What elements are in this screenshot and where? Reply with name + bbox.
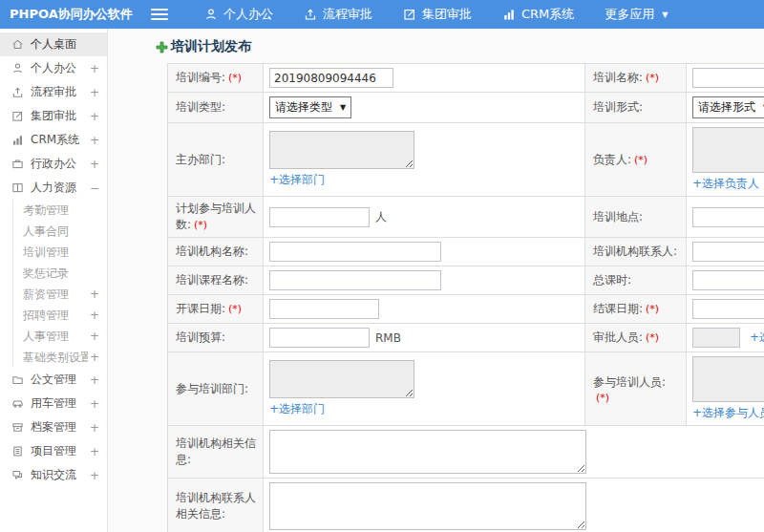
field-label: 开课日期:: [176, 302, 225, 315]
planned-count-input[interactable]: [269, 207, 370, 227]
sidebar-item-archives[interactable]: 档案管理 +: [0, 415, 107, 439]
field-label: 培训名称:: [593, 71, 643, 84]
edit-approve-icon: [11, 110, 24, 122]
chat-icon: [11, 469, 24, 481]
top-header: PHPOA协同办公软件 个人办公 流程审批 集团审批 CRM系统 更多应用 ▼: [0, 0, 764, 29]
sidebar-item-group-approval[interactable]: 集团审批 +: [0, 104, 107, 128]
required-marker: (*): [228, 72, 242, 84]
course-name-input[interactable]: [269, 270, 441, 290]
select-leader-link[interactable]: +选择负责人: [692, 176, 759, 192]
nav-more-apps[interactable]: 更多应用 ▼: [589, 0, 683, 29]
field-label: 培训地点:: [593, 210, 643, 223]
table-row: 计划参与培训人数:(*) 人 培训地点:: [168, 197, 764, 238]
sidebar-item-personal-office[interactable]: 个人办公 +: [0, 56, 107, 80]
training-type-select[interactable]: 请选择类型▼: [269, 96, 351, 118]
select-approver-link[interactable]: +选择审批人员: [750, 330, 764, 346]
field-label: 培训课程名称:: [176, 273, 248, 287]
org-contact-input[interactable]: [692, 242, 764, 262]
table-row: 培训机构名称: 培训机构联系人:: [168, 238, 764, 266]
join-people-box[interactable]: [692, 356, 764, 402]
process-upload-icon: [11, 86, 24, 98]
total-hours-input[interactable]: [692, 270, 764, 290]
sidebar-subitem-rewards[interactable]: 奖惩记录: [13, 263, 107, 284]
org-info-textarea[interactable]: [269, 430, 586, 474]
training-form-table: 培训编号:(*) 培训名称:(*) 培训类型: 请选择类型▼ 培训形式: 请选择…: [167, 63, 764, 532]
folder-icon: [11, 373, 24, 386]
location-input[interactable]: [692, 207, 764, 227]
required-marker: (*): [634, 154, 647, 166]
field-label: 培训形式:: [593, 100, 643, 114]
sidebar-item-process-approval[interactable]: 流程审批 +: [0, 80, 107, 104]
field-label: 结课日期:: [593, 302, 643, 315]
select-join-people-link[interactable]: +选择参与人员: [692, 405, 764, 421]
plus-icon: [156, 41, 168, 53]
field-label: 参与培训部门:: [176, 382, 248, 395]
unit-suffix: 人: [375, 210, 387, 223]
org-contact-info-textarea[interactable]: [269, 482, 586, 530]
sidebar-item-hr[interactable]: 人力资源 −: [0, 176, 107, 200]
training-form-select[interactable]: 请选择形式▼: [692, 96, 764, 118]
required-marker: (*): [646, 331, 659, 344]
nav-process-approval[interactable]: 流程审批: [288, 0, 388, 29]
table-row: 参与培训部门: +选择部门 参与培训人员:(*) +选择参与人员: [168, 352, 764, 426]
field-label: 负责人:: [593, 153, 631, 166]
sidebar-subitem-salary[interactable]: 薪资管理+: [13, 284, 107, 305]
sidebar-subitem-base-category[interactable]: 基础类别设置+: [13, 347, 107, 368]
field-label: 计划参与培训人数:: [176, 202, 256, 231]
sidebar-item-projects[interactable]: 项目管理 +: [0, 439, 107, 463]
archive-icon: [11, 421, 24, 434]
budget-input[interactable]: [269, 328, 370, 348]
field-label: 培训机构相关信息:: [176, 436, 256, 466]
sidebar-item-personal-desktop[interactable]: 个人桌面: [0, 32, 107, 56]
table-row: 培训机构联系人相关信息:: [168, 479, 764, 532]
field-label: 培训机构名称:: [176, 245, 248, 258]
nav-group-approval[interactable]: 集团审批: [388, 0, 487, 29]
sidebar-item-knowledge[interactable]: 知识交流 +: [0, 463, 107, 487]
leader-box[interactable]: [692, 127, 764, 173]
notebook-icon: [11, 445, 24, 458]
field-label: 主办部门:: [176, 153, 225, 166]
sidebar-subitem-attendance[interactable]: 考勤管理: [13, 200, 107, 221]
top-nav: 个人办公 流程审批 集团审批 CRM系统 更多应用 ▼: [189, 0, 683, 29]
bar-chart-icon: [502, 8, 516, 21]
field-label: 培训编号:: [176, 71, 225, 84]
left-sidebar: 个人桌面 个人办公 + 流程审批 + 集团审批 + CRM系统 + 行政办公 +: [0, 29, 108, 532]
required-marker: (*): [646, 303, 659, 315]
join-depts-box[interactable]: [269, 360, 414, 398]
sidebar-subitem-training[interactable]: 培训管理: [13, 242, 107, 263]
field-label: 培训机构联系人相关信息:: [176, 491, 256, 521]
app-logo: PHPOA协同办公软件: [0, 6, 143, 23]
process-upload-icon: [304, 8, 317, 21]
nav-personal-office[interactable]: 个人办公: [189, 0, 288, 29]
sidebar-item-admin-office[interactable]: 行政办公 +: [0, 152, 107, 176]
table-row: 培训机构相关信息:: [168, 426, 764, 479]
training-no-input[interactable]: [269, 68, 393, 88]
hamburger-menu-icon[interactable]: [151, 9, 168, 20]
sidebar-subitem-recruit[interactable]: 招聘管理+: [13, 305, 107, 326]
select-dept-link[interactable]: +选择部门: [269, 172, 325, 188]
select-join-dept-link[interactable]: +选择部门: [269, 401, 325, 417]
host-dept-box[interactable]: [269, 131, 414, 169]
field-label: 培训机构联系人:: [593, 245, 677, 258]
sidebar-item-documents[interactable]: 公文管理 +: [0, 368, 107, 392]
nav-crm-system[interactable]: CRM系统: [487, 0, 589, 29]
sidebar-subitem-hr-contract[interactable]: 人事合同: [13, 221, 107, 242]
sidebar-item-crm[interactable]: CRM系统 +: [0, 128, 107, 152]
sidebar-item-vehicles[interactable]: 用车管理 +: [0, 392, 107, 415]
approver-box[interactable]: [692, 328, 740, 348]
person-icon: [11, 62, 24, 74]
page-title: 培训计划发布: [156, 38, 764, 55]
table-row: 培训课程名称: 总课时:: [168, 266, 764, 295]
briefcase-icon: [11, 158, 24, 170]
table-row: 培训预算: RMB 审批人员:(*) +选择审批人员: [168, 324, 764, 352]
start-date-input[interactable]: [269, 299, 379, 319]
car-icon: [11, 397, 24, 410]
table-row: 开课日期:(*) 结课日期:(*): [168, 295, 764, 324]
sidebar-subitem-personnel[interactable]: 人事管理+: [13, 326, 107, 347]
training-name-input[interactable]: [692, 68, 764, 88]
sidebar-hr-submenu: 考勤管理 人事合同 培训管理 奖惩记录 薪资管理+ 招聘管理+ 人事管理+ 基础…: [12, 200, 107, 368]
home-icon: [11, 38, 24, 51]
main-content: 培训计划发布 培训编号:(*) 培训名称:(*) 培训类型: 请选择类型▼ 培训…: [108, 29, 764, 532]
end-date-input[interactable]: [692, 299, 764, 319]
org-name-input[interactable]: [269, 242, 441, 262]
